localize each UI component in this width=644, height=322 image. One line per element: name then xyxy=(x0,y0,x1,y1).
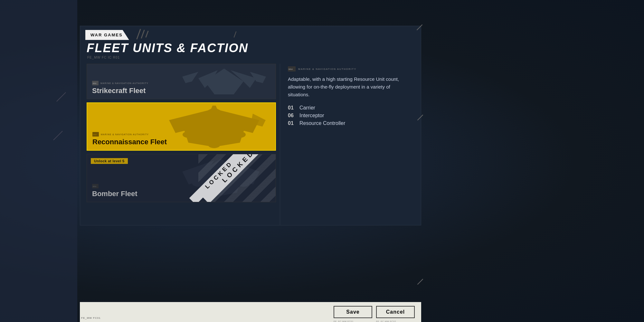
faction-icon: MNA xyxy=(92,81,99,85)
outer-deco-left-mid xyxy=(52,135,64,136)
unit-row-resource: 01 Resource Controller xyxy=(288,120,413,126)
fleet-card-name-bomber: Bomber Fleet xyxy=(92,190,270,198)
faction-logo-text: MARINE & NAVIGATION AUTHORITY xyxy=(100,82,148,84)
cancel-btn-wrapper: Cancel FE_FC MW FC02 xyxy=(376,306,415,318)
fleet-list: MNA MARINE & NAVIGATION AUTHORITY Strike… xyxy=(80,64,280,225)
fleet-card-name: Strikecraft Fleet xyxy=(92,87,270,95)
svg-text:MNA: MNA xyxy=(289,68,293,70)
war-games-label: WAR GAMES xyxy=(90,33,123,37)
header-decorations xyxy=(138,29,147,40)
unit-count-resource: 01 xyxy=(288,120,295,126)
faction-icon-recon: MNA xyxy=(92,132,99,137)
fleet-card-name-recon: Reconnaissance Fleet xyxy=(92,138,270,146)
corner-deco-bottom-right xyxy=(416,280,424,283)
faction-logo-text-recon: MARINE & NAVIGATION AUTHORITY xyxy=(101,133,149,136)
faction-logo: MNA MARINE & NAVIGATION AUTHORITY xyxy=(92,81,270,85)
fleet-card-content-recon: MNA MARINE & NAVIGATION AUTHORITY Reconn… xyxy=(87,128,275,150)
faction-icon-bomber: MNA xyxy=(92,184,99,188)
faction-logo-recon: MNA MARINE & NAVIGATION AUTHORITY xyxy=(92,132,270,137)
page-code: FE_MW FC01 xyxy=(81,317,101,319)
save-button[interactable]: Save xyxy=(334,306,372,318)
fleet-card-content: MNA MARINE & NAVIGATION AUTHORITY Strike… xyxy=(87,77,276,99)
subtitle-code: FE_MW FC IC R01 xyxy=(87,56,414,59)
fleet-detail-panel: MNA MARINE & NAVIGATION AUTHORITY Adapta… xyxy=(280,64,421,225)
war-games-tab: WAR GAMES xyxy=(85,30,129,40)
unit-name-interceptor: Interceptor xyxy=(299,113,324,118)
unit-name-resource: Resource Controller xyxy=(299,120,345,126)
detail-faction-header: MNA MARINE & NAVIGATION AUTHORITY xyxy=(288,66,413,71)
faction-logo-bomber: MNA xyxy=(92,184,270,188)
modal-header: WAR GAMES FLEET UNITS & FACTION FE_MW FC… xyxy=(80,26,421,64)
unlock-badge: Unlock at level 5 xyxy=(91,158,128,164)
svg-text:MNA: MNA xyxy=(93,185,97,187)
cancel-code: FE_FC MW FC02 xyxy=(376,320,396,322)
page-title: FLEET UNITS & FACTION xyxy=(87,41,414,55)
svg-text:MNA: MNA xyxy=(93,134,97,136)
unit-name-carrier: Carrier xyxy=(299,105,315,111)
fleet-card-bomber[interactable]: LOCKED LOCKED Unlock at level 5 MNA Bomb… xyxy=(87,154,276,202)
detail-faction-icon: MNA xyxy=(288,66,296,71)
fleet-card-strikecraft[interactable]: MNA MARINE & NAVIGATION AUTHORITY Strike… xyxy=(87,64,276,99)
svg-text:MNA: MNA xyxy=(93,82,97,84)
background-left-panel xyxy=(0,0,77,322)
unit-row-interceptor: 06 Interceptor xyxy=(288,113,413,118)
unit-row-carrier: 01 Carrier xyxy=(288,105,413,111)
save-code: FE_FC MW FC01 xyxy=(334,320,354,322)
corner-deco-top-right xyxy=(416,26,423,29)
unit-list: 01 Carrier 06 Interceptor 01 Resource Co… xyxy=(288,105,413,126)
detail-faction-name: MARINE & NAVIGATION AUTHORITY xyxy=(298,68,356,71)
unit-count-interceptor: 06 xyxy=(288,113,295,118)
fleet-card-content-bomber: MNA Bomber Fleet xyxy=(87,180,276,202)
title-row: FLEET UNITS & FACTION FE_MW FC IC R01 xyxy=(80,40,421,61)
cancel-button[interactable]: Cancel xyxy=(376,306,415,318)
fleet-card-reconnaissance[interactable]: MNA MARINE & NAVIGATION AUTHORITY Reconn… xyxy=(87,102,276,151)
modal-footer: Save FE_FC MW FC01 Cancel FE_FC MW FC02 xyxy=(80,302,421,322)
outer-deco-left-top xyxy=(55,97,68,97)
save-btn-wrapper: Save FE_FC MW FC01 xyxy=(334,306,372,318)
detail-description: Adaptable, with a high starting Resource… xyxy=(288,75,410,99)
unit-count-carrier: 01 xyxy=(288,105,295,111)
modal-body: MNA MARINE & NAVIGATION AUTHORITY Strike… xyxy=(80,64,421,225)
corner-deco-mid-right xyxy=(416,116,424,119)
main-modal: WAR GAMES FLEET UNITS & FACTION FE_MW FC… xyxy=(80,26,421,225)
